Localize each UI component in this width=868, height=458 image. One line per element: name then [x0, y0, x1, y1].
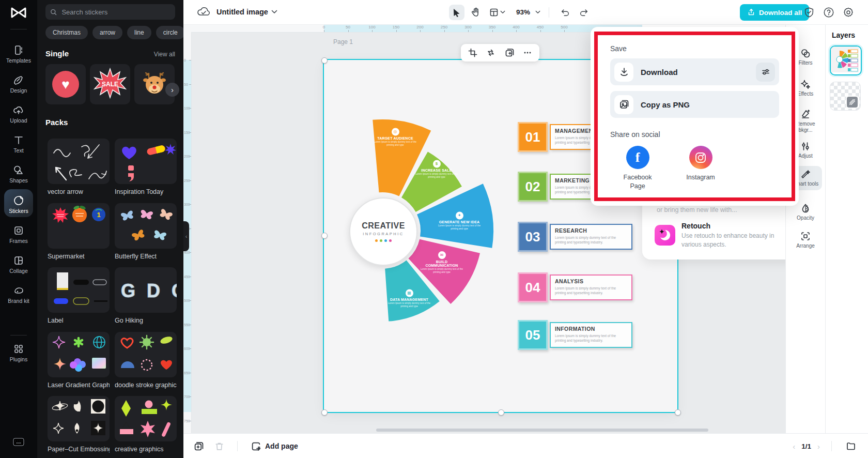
item-caption: Lorem Ipsum is simply dummy text of the …	[555, 235, 627, 245]
single-section-heading: Single	[45, 49, 69, 58]
pack-paper-cut-embossing[interactable]: Paper–Cut Embossing	[48, 396, 110, 453]
layout-view-button[interactable]	[486, 5, 508, 20]
single-scroll-right-button[interactable]: ›	[165, 83, 179, 97]
download-all-label: Download all	[759, 9, 802, 17]
selection-handle-bottom-left[interactable]	[321, 409, 328, 416]
sticker-sale[interactable]: SALE	[90, 64, 130, 104]
pack-label: vector arrow	[48, 188, 110, 195]
pack-inspiration-today[interactable]: Inspiration Today	[115, 139, 177, 195]
pack-butterfly-effect[interactable]: Butterfly Effect	[115, 203, 177, 260]
title-chevron-down-icon[interactable]	[271, 10, 277, 14]
undo-icon	[561, 8, 570, 17]
undo-button[interactable]	[557, 5, 573, 20]
present-button[interactable]	[843, 438, 859, 454]
background-layer-badge	[846, 96, 859, 109]
copy-png-label: Copy as PNG	[641, 100, 690, 109]
sidebar-item-upload[interactable]: Upload	[0, 104, 37, 124]
pack-doodle-stroke[interactable]: doodle stroke graphics	[115, 332, 177, 389]
infographic-center-circle: CREATIVE INFOGRAPHIC	[349, 197, 417, 266]
sidebar-item-frames[interactable]: Frames	[0, 225, 37, 244]
search-input[interactable]	[60, 8, 171, 17]
sidebar-item-text[interactable]: Text	[0, 134, 37, 154]
layer-thumbnail-art	[831, 47, 859, 72]
search-stickers-box[interactable]	[45, 4, 175, 20]
previous-page-button[interactable]: ‹	[793, 442, 795, 451]
pack-label[interactable]: Label	[48, 267, 110, 324]
ruler-tick-label: 50	[346, 25, 350, 29]
selection-handle-bottom-mid[interactable]	[498, 409, 504, 416]
chip-line[interactable]: line	[127, 26, 151, 39]
duplicate-page-button[interactable]	[191, 438, 206, 454]
download-menu-item[interactable]: Download	[610, 58, 779, 85]
pack-go-hiking[interactable]: G D C Go Hiking	[115, 267, 177, 324]
pack-vector-arrow[interactable]: vector arrow	[48, 139, 110, 195]
pack-label: creative graphics	[115, 446, 177, 453]
reindeer-sticker-art	[138, 68, 171, 100]
chip-christmas[interactable]: Christmas	[45, 26, 88, 39]
replace-button[interactable]	[484, 46, 498, 59]
sidebar-item-brand-kit[interactable]: Brand kit	[0, 285, 37, 304]
copy-as-png-menu-item[interactable]: Copy as PNG	[610, 91, 779, 118]
layer-thumbnail-background[interactable]	[830, 82, 861, 111]
sidebar-item-stickers[interactable]: Stickers	[0, 195, 37, 214]
selection-handle-top-left[interactable]	[321, 57, 328, 64]
pack-thumbnail: G D C	[115, 267, 177, 313]
redo-button[interactable]	[576, 5, 592, 20]
settings-gear-icon[interactable]	[843, 7, 854, 18]
svg-text:SALE: SALE	[102, 81, 118, 88]
crop-button[interactable]	[466, 46, 479, 59]
stickers-icon	[13, 195, 24, 206]
more-options-button[interactable]	[521, 46, 534, 59]
view-all-link[interactable]: View all	[154, 51, 175, 58]
add-page-button[interactable]: Add page	[248, 441, 301, 451]
download-settings-button[interactable]	[756, 63, 775, 82]
share-facebook-button[interactable]: f Facebook Page	[616, 146, 659, 191]
sidebar-item-shapes[interactable]: Shapes	[0, 164, 37, 184]
next-page-button[interactable]: ›	[817, 442, 820, 451]
selection-handle-bottom-right[interactable]	[675, 409, 681, 416]
zoom-chevron-down-icon[interactable]	[535, 10, 540, 14]
cloud-saved-icon	[197, 6, 210, 18]
download-all-button[interactable]: Download all	[740, 4, 809, 21]
capcut-logo-icon[interactable]	[10, 5, 27, 21]
layer-thumbnail-infographic[interactable]	[830, 45, 862, 75]
ruler-tick-label: 200	[416, 25, 423, 29]
tool-arrange[interactable]: Arrange	[789, 228, 822, 252]
help-icon[interactable]	[823, 7, 834, 18]
chip-circle[interactable]: circle	[156, 26, 183, 39]
document-title[interactable]: Untitled image	[216, 8, 268, 16]
item-number: 02	[518, 172, 548, 202]
hand-icon	[471, 7, 481, 17]
adjust-icon	[800, 141, 811, 151]
privacy-shield-icon[interactable]	[803, 7, 815, 18]
panel-collapse-handle[interactable]: ‹	[183, 221, 189, 251]
selection-handle-left-mid[interactable]	[321, 233, 328, 239]
duplicate-button[interactable]	[503, 46, 516, 59]
keyboard-shortcuts-icon[interactable]	[12, 437, 25, 447]
horizontal-scrollbar[interactable]	[376, 429, 708, 432]
rail-divider	[10, 335, 27, 335]
layers-panel: Layers	[825, 24, 868, 433]
pack-supermarket[interactable]: 1 Supermarket	[48, 203, 110, 260]
save-section-heading: Save	[610, 44, 779, 53]
pack-laser-gradient[interactable]: Laser Gradient Graph...	[48, 332, 110, 389]
heart-sticker-art: ♥	[52, 71, 79, 98]
duplicate-page-icon	[194, 441, 204, 451]
zoom-level[interactable]: 93%	[516, 8, 530, 16]
opacity-icon	[800, 203, 811, 213]
pack-creative-graphics[interactable]: creative graphics	[115, 396, 177, 453]
chip-arrow[interactable]: arrow	[92, 26, 122, 39]
sticker-heart[interactable]: ♥	[45, 64, 86, 104]
sidebar-item-templates[interactable]: Templates	[0, 44, 37, 64]
sidebar-item-label: Stickers	[0, 208, 37, 214]
page-label[interactable]: Page 1	[333, 38, 353, 45]
sidebar-item-design[interactable]: Design	[0, 74, 37, 94]
sidebar-item-plugins[interactable]: Plugins	[0, 343, 37, 362]
select-tool-button[interactable]	[449, 5, 464, 20]
delete-page-button[interactable]	[211, 438, 227, 454]
ruler-tick-label: 450	[537, 25, 544, 29]
sidebar-item-collage[interactable]: Collage	[0, 255, 37, 274]
frames-icon	[13, 225, 24, 236]
share-instagram-button[interactable]: Instagram	[679, 146, 722, 191]
hand-tool-button[interactable]	[468, 5, 483, 20]
